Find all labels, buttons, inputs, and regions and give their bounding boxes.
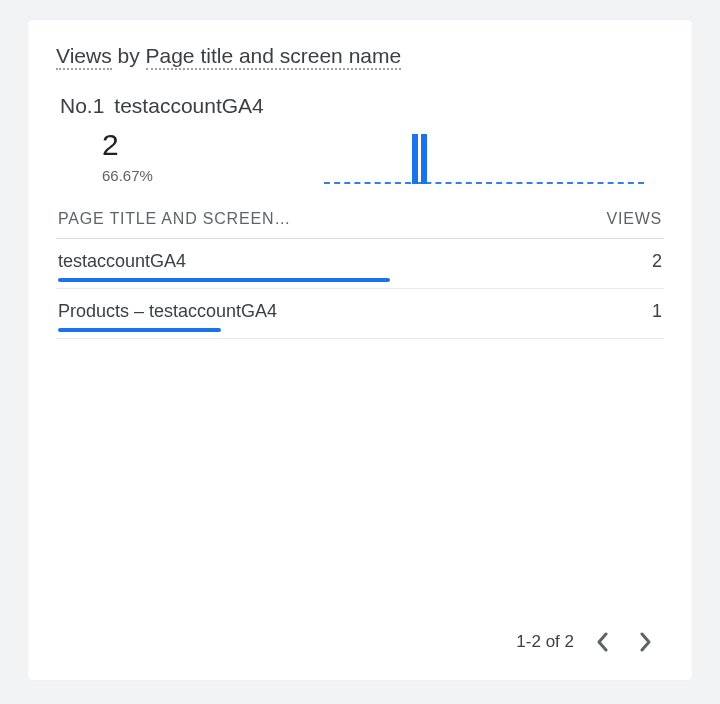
sparkline-area: [264, 112, 664, 184]
row-bar: [58, 328, 221, 332]
card-title: Views by Page title and screen name: [56, 44, 664, 68]
sparkline-baseline: [324, 182, 644, 184]
chevron-left-icon: [596, 632, 610, 652]
table-body: testaccountGA4 2 Products – testaccountG…: [56, 239, 664, 339]
rank-number: No.1: [60, 94, 104, 117]
sparkline-chart: [324, 124, 644, 184]
table-header-left: PAGE TITLE AND SCREEN…: [58, 210, 291, 228]
table-row[interactable]: Products – testaccountGA4 1: [56, 289, 664, 339]
pagination-prev-button[interactable]: [590, 628, 616, 656]
chevron-right-icon: [638, 632, 652, 652]
row-bar: [58, 278, 390, 282]
rank-label: testaccountGA4: [114, 94, 263, 117]
pagination-range: 1-2 of 2: [516, 632, 574, 652]
pagination: 1-2 of 2: [56, 620, 664, 660]
row-label: testaccountGA4: [58, 251, 186, 272]
title-dimension: Page title and screen name: [146, 44, 402, 70]
summary-section: No.1testaccountGA4 2 66.67%: [56, 94, 664, 184]
pagination-next-button[interactable]: [632, 628, 658, 656]
sparkline-bar: [421, 134, 427, 184]
summary-value: 2: [60, 128, 264, 161]
row-value: 2: [652, 251, 662, 272]
sparkline-bar: [412, 134, 418, 184]
title-metric: Views: [56, 44, 112, 70]
table-header: PAGE TITLE AND SCREEN… VIEWS: [56, 204, 664, 239]
views-by-page-card: Views by Page title and screen name No.1…: [28, 20, 692, 680]
summary-percent: 66.67%: [60, 167, 264, 184]
row-value: 1: [652, 301, 662, 322]
table-header-right: VIEWS: [606, 210, 662, 228]
table-row[interactable]: testaccountGA4 2: [56, 239, 664, 289]
top-rank-line: No.1testaccountGA4: [60, 94, 264, 118]
row-label: Products – testaccountGA4: [58, 301, 277, 322]
